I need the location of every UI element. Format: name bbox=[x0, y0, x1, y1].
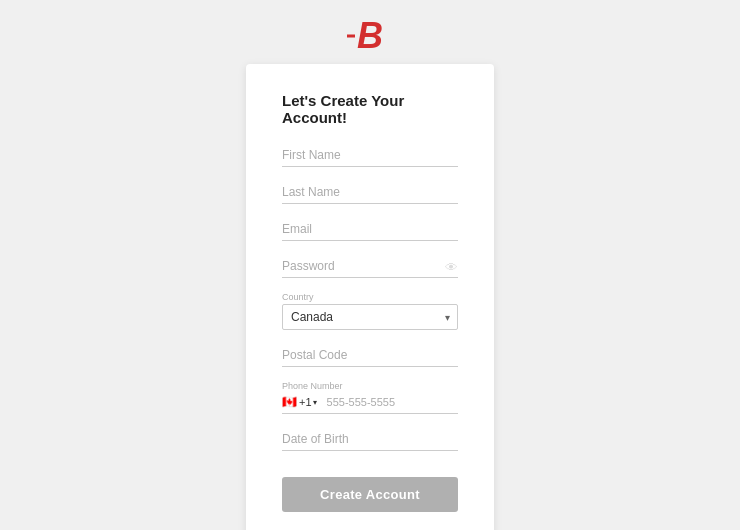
dob-input[interactable] bbox=[282, 428, 458, 451]
brand-logo: B bbox=[357, 18, 383, 54]
password-group bbox=[282, 255, 458, 278]
postal-code-input[interactable] bbox=[282, 344, 458, 367]
logo-letter: B bbox=[357, 15, 383, 56]
logo-container: B bbox=[357, 18, 383, 54]
logo-dash bbox=[347, 35, 355, 38]
phone-code-chevron-icon: ▾ bbox=[313, 398, 317, 407]
dob-group bbox=[282, 428, 458, 451]
last-name-input[interactable] bbox=[282, 181, 458, 204]
country-select-wrapper: Canada United States United Kingdom Aust… bbox=[282, 304, 458, 330]
phone-code: +1 bbox=[299, 396, 312, 408]
postal-code-group bbox=[282, 344, 458, 367]
card-title: Let's Create Your Account! bbox=[282, 92, 458, 126]
phone-row: 🇨🇦 +1 ▾ bbox=[282, 395, 458, 414]
signup-card: Let's Create Your Account! Country Canad… bbox=[246, 64, 494, 530]
first-name-group bbox=[282, 144, 458, 167]
password-input[interactable] bbox=[282, 255, 458, 278]
country-group: Country Canada United States United King… bbox=[282, 292, 458, 330]
phone-group: Phone Number 🇨🇦 +1 ▾ bbox=[282, 381, 458, 414]
phone-code-dropdown[interactable]: +1 ▾ bbox=[299, 396, 317, 408]
email-input[interactable] bbox=[282, 218, 458, 241]
eye-icon bbox=[445, 259, 458, 275]
country-select[interactable]: Canada United States United Kingdom Aust… bbox=[282, 304, 458, 330]
country-label: Country bbox=[282, 292, 458, 302]
last-name-group bbox=[282, 181, 458, 204]
email-group bbox=[282, 218, 458, 241]
password-toggle-button[interactable] bbox=[445, 259, 458, 275]
canada-flag-icon: 🇨🇦 bbox=[282, 395, 297, 409]
first-name-input[interactable] bbox=[282, 144, 458, 167]
phone-label: Phone Number bbox=[282, 381, 458, 391]
create-account-button[interactable]: Create Account bbox=[282, 477, 458, 512]
phone-number-input[interactable] bbox=[327, 396, 465, 408]
